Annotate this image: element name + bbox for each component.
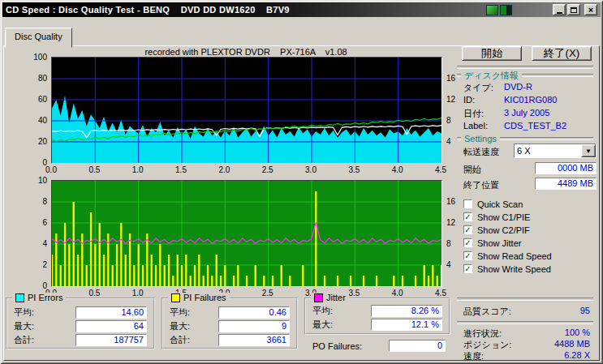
disc-date-label: 日付:: [463, 108, 484, 120]
chart-header: recorded with PLEXTOR DVDR PX-716A v1.08: [50, 47, 442, 57]
transfer-speed-select[interactable]: 6 X ▼: [514, 143, 597, 158]
start-button[interactable]: 開始: [462, 46, 522, 61]
disc-date-value: 3 July 2005: [504, 108, 549, 118]
disc-id-label: ID:: [463, 95, 475, 105]
position-value: 4488 MB: [554, 339, 590, 349]
progress-label: 進行状況:: [463, 328, 502, 340]
pi-failures-total-value: 3661: [218, 334, 290, 346]
window-title: CD Speed : Disc Quality Test - BENQ DVD …: [6, 5, 486, 15]
settings-header: Settings: [457, 134, 593, 143]
jitter-max-value: 12.1 %: [371, 319, 442, 331]
checkbox-show-c2-pif[interactable]: ✓ Show C2/PIF: [463, 225, 595, 235]
position-label: ポジション:: [463, 339, 511, 351]
start-position-label: 開始: [463, 164, 481, 176]
quality-score-label: 品質スコア:: [463, 306, 511, 318]
pi-errors-avg-value: 14.60: [75, 306, 147, 319]
checkbox-show-c1-pie[interactable]: ✓ Show C1/PIE: [463, 212, 595, 222]
chart-icon[interactable]: [486, 5, 498, 15]
app-window: CD Speed : Disc Quality Test - BENQ DVD …: [0, 0, 603, 364]
top-chart-x-axis: 0.00.51.01.52.02.53.03.54.04.5: [51, 165, 442, 175]
avg-label: 平均:: [312, 305, 333, 317]
disc-icon[interactable]: [500, 5, 512, 15]
checkbox-box[interactable]: ✓: [463, 251, 472, 260]
checkbox-show-write-speed[interactable]: ✓ Show Write Speed: [463, 263, 595, 274]
checkbox-show-jitter[interactable]: ✓ Show Jitter: [463, 238, 595, 248]
top-chart-y-axis: 100806040200: [6, 57, 50, 164]
pi-errors-total-value: 187757: [75, 334, 147, 346]
checkbox-box[interactable]: ✓: [463, 225, 472, 234]
checkbox-label: Show Write Speed: [477, 264, 551, 274]
checkbox-label: Quick Scan: [477, 199, 523, 209]
separator: [457, 321, 593, 324]
disc-info-header: ディスク情報: [457, 71, 593, 80]
checkbox-show-read-speed[interactable]: ✓ Show Read Speed: [463, 251, 595, 261]
title-bar[interactable]: CD Speed : Disc Quality Test - BENQ DVD …: [2, 2, 601, 17]
bottom-chart-y-axis: 1086420: [6, 180, 50, 287]
minimize-icon: [557, 12, 562, 14]
checkbox-label: Show C2/PIF: [477, 225, 530, 235]
avg-label: 平均:: [170, 306, 190, 319]
pi-failures-title: PI Failures: [168, 293, 230, 302]
start-position-field[interactable]: 0000 MB: [535, 162, 597, 174]
jitter-box: Jitter 平均:8.26 % 最大:12.1 %: [304, 298, 450, 335]
bottom-chart-plot: [51, 180, 442, 287]
check-icon: ✓: [464, 212, 471, 221]
end-position-label: 終了位置: [463, 179, 499, 191]
pi-failures-swatch-icon: [171, 293, 180, 302]
maximize-button[interactable]: [567, 4, 580, 15]
jitter-avg-value: 8.26 %: [371, 305, 442, 317]
checkbox-label: Show Jitter: [477, 238, 521, 248]
po-failures-value: 0: [389, 340, 446, 352]
check-icon: ✓: [464, 264, 471, 273]
check-icon: ✓: [464, 238, 471, 247]
pi-failures-label: PI Failures: [183, 293, 226, 302]
disc-type-value: DVD-R: [504, 82, 532, 92]
speed-value: 6.28 X: [564, 350, 590, 360]
titlebar-controls: ×: [486, 4, 597, 15]
checkbox-box[interactable]: ✓: [463, 238, 472, 247]
transfer-speed-label: 転送速度: [463, 146, 499, 158]
checkbox-quick-scan[interactable]: Quick Scan: [463, 199, 595, 209]
po-failures-row: PO Failures: 0: [312, 340, 446, 352]
disc-type-label: タイプ:: [463, 82, 493, 94]
pi-errors-title: PI Errors: [12, 293, 66, 302]
top-chart: 100806040200 161284 0.00.51.01.52.02.53.…: [6, 57, 462, 177]
pi-errors-swatch-icon: [15, 293, 24, 302]
checkbox-box[interactable]: ✓: [463, 264, 472, 273]
close-button[interactable]: ×: [584, 4, 597, 15]
bottom-chart: 1086420 161284 0.00.51.01.52.02.53.03.54…: [6, 180, 462, 300]
disc-label-value: CDS_TEST_B2: [504, 121, 566, 131]
exit-button[interactable]: 終了(X): [532, 46, 592, 61]
top-chart-plot: [51, 57, 442, 164]
checkbox-label: Show Read Speed: [477, 251, 552, 261]
end-position-field[interactable]: 4489 MB: [535, 178, 597, 190]
close-icon: ×: [588, 6, 593, 14]
chevron-down-icon[interactable]: ▼: [581, 144, 596, 157]
right-panel: 開始 終了(X) ディスク情報 タイプ: DVD-R ID: KIC01RG08…: [452, 46, 598, 360]
pi-errors-max-value: 64: [75, 320, 147, 332]
check-icon: ✓: [464, 251, 471, 260]
total-label: 合計:: [14, 334, 34, 346]
tab-strip: Disc Quality: [5, 28, 72, 46]
tab-disc-quality[interactable]: Disc Quality: [5, 28, 72, 48]
po-failures-label: PO Failures:: [312, 341, 362, 351]
pi-failures-avg-value: 0.46: [218, 306, 290, 319]
max-label: 最大:: [170, 320, 190, 332]
disc-label-label: Label:: [463, 121, 488, 131]
total-label: 合計:: [170, 334, 190, 346]
maximize-icon: [571, 7, 577, 13]
separator: [457, 66, 593, 69]
disc-info-title: ディスク情報: [461, 70, 522, 82]
speed-label: 速度:: [463, 350, 484, 362]
pi-errors-label: PI Errors: [28, 293, 62, 302]
avg-label: 平均:: [14, 306, 34, 319]
jitter-swatch-icon: [314, 293, 323, 302]
progress-value: 100 %: [565, 328, 590, 337]
checkbox-box[interactable]: ✓: [463, 212, 472, 221]
jitter-title: Jitter: [311, 293, 349, 302]
separator: [457, 298, 593, 301]
minimize-button[interactable]: [553, 4, 566, 15]
checkbox-box[interactable]: [463, 199, 472, 208]
pi-failures-box: PI Failures 平均:0.46 最大:9 合計:3661: [162, 298, 298, 349]
pi-errors-box: PI Errors 平均:14.60 最大:64 合計:187757: [6, 298, 155, 349]
